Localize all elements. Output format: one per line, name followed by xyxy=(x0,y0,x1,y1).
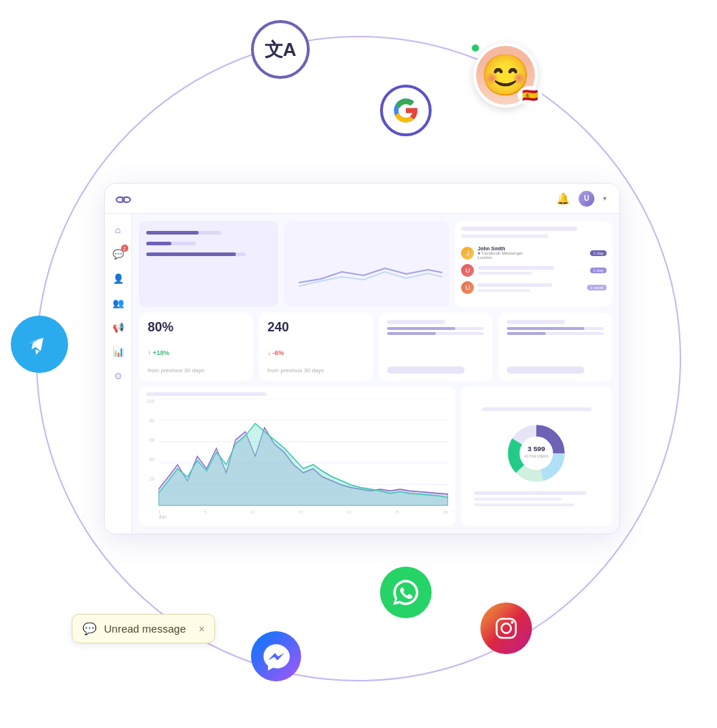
google-icon xyxy=(392,97,419,124)
dashboard-main-content: J John Smith ● Facebook Messenger London… xyxy=(132,214,619,534)
donut-chart: 3 599 ACTIVE USERS xyxy=(504,421,569,486)
metric-card-1: 80% ↑ +18% from previous 30 days xyxy=(139,313,253,381)
donut-legend xyxy=(468,491,605,506)
x-label: 5 xyxy=(204,510,206,514)
x-label: 20 xyxy=(346,510,351,514)
y-label-80: 80 xyxy=(146,418,155,423)
whatsapp-node[interactable] xyxy=(380,567,432,618)
telegram-icon xyxy=(24,328,55,360)
x-label: 15 xyxy=(298,510,303,514)
contact-badge-2: 1 day xyxy=(590,268,607,273)
metric-bars-3 xyxy=(387,327,484,335)
big-chart-card: 100 80 60 40 20 xyxy=(139,387,455,526)
contact-item-john[interactable]: J John Smith ● Facebook Messenger London… xyxy=(461,244,607,262)
top-row: J John Smith ● Facebook Messenger London… xyxy=(139,221,612,307)
metrics-row: 80% ↑ +18% from previous 30 days 240 xyxy=(139,313,612,381)
bell-icon[interactable]: 🔔 xyxy=(556,192,570,205)
contact-avatar-2: U xyxy=(461,264,474,277)
preview-chart-line xyxy=(298,254,443,293)
main-chart-svg xyxy=(158,399,448,506)
unread-toast-close[interactable]: × xyxy=(199,623,204,635)
metric-card-2: 240 ↓ -6% from previous 30 days xyxy=(259,313,373,381)
stat-bar-3 xyxy=(146,252,246,256)
sidebar-item-analytics[interactable]: 📊 xyxy=(111,344,125,359)
messages-badge: 2 xyxy=(121,245,128,252)
telegram-node[interactable] xyxy=(11,316,68,373)
contact-avatar-1: J xyxy=(461,247,474,260)
unread-toast[interactable]: 💬 Unread message × xyxy=(72,614,215,643)
x-label: 10 xyxy=(250,510,255,514)
metric-value-1: 80% xyxy=(148,320,244,335)
translate-icon: 文A xyxy=(265,37,297,62)
svg-point-2 xyxy=(511,621,513,624)
metric-change-2: ↓ -6% xyxy=(267,349,284,356)
whatsapp-icon xyxy=(391,577,421,608)
y-label-100: 100 xyxy=(146,399,155,404)
contact-item-2[interactable]: U 1 day xyxy=(461,262,607,279)
translate-node[interactable]: 文A xyxy=(251,20,310,79)
contact-avatar-3: U xyxy=(461,281,474,294)
metric-value-2: 240 xyxy=(267,320,364,335)
sidebar-item-home[interactable]: ⌂ xyxy=(111,222,125,237)
dashboard: 🔔 U ▾ ⌂ 💬 2 👤 👥 📢 📊 ⚙ xyxy=(104,183,620,534)
unread-toast-text: Unread message xyxy=(104,623,186,635)
x-label: 30 xyxy=(443,510,448,514)
topbar-chevron[interactable]: ▾ xyxy=(603,194,607,202)
dashboard-sidebar: ⌂ 💬 2 👤 👥 📢 📊 ⚙ xyxy=(105,214,132,534)
metric-sub-2: from previous 30 days xyxy=(267,367,364,374)
y-label-20: 20 xyxy=(146,476,155,481)
google-node[interactable] xyxy=(380,85,432,136)
bottom-row: 100 80 60 40 20 xyxy=(139,387,612,526)
metric-card-4 xyxy=(498,313,612,381)
dashboard-body: ⌂ 💬 2 👤 👥 📢 📊 ⚙ xyxy=(105,214,619,534)
online-indicator xyxy=(470,43,480,53)
messenger-node[interactable] xyxy=(251,631,301,681)
svg-text:ACTIVE USERS: ACTIVE USERS xyxy=(525,455,549,458)
sidebar-item-settings[interactable]: ⚙ xyxy=(111,369,125,383)
sidebar-item-campaigns[interactable]: 📢 xyxy=(111,320,125,334)
svg-text:3 599: 3 599 xyxy=(528,445,546,453)
stat-bar-1 xyxy=(146,231,221,235)
y-label-40: 40 xyxy=(146,457,155,462)
topbar-right: 🔔 U ▾ xyxy=(556,191,607,207)
metric-change-1: ↑ +18% xyxy=(148,349,169,356)
donut-card: 3 599 ACTIVE USERS xyxy=(461,387,612,526)
sidebar-item-users[interactable]: 👤 xyxy=(111,271,125,285)
sidebar-item-groups[interactable]: 👥 xyxy=(111,296,125,310)
logo-icon xyxy=(113,189,133,209)
contact-name-1: John Smith xyxy=(478,246,587,251)
metric-sub-1: from previous 30 days xyxy=(148,367,244,374)
instagram-icon xyxy=(492,614,521,643)
chart-preview-card xyxy=(284,221,450,307)
contact-item-3[interactable]: U 1 week xyxy=(461,279,607,296)
contact-badge-3: 1 week xyxy=(587,285,607,290)
topbar-user-avatar[interactable]: U xyxy=(579,191,594,207)
instagram-node[interactable] xyxy=(480,602,532,654)
bottom-label-3 xyxy=(387,367,465,374)
dashboard-topbar: 🔔 U ▾ xyxy=(105,184,619,214)
metric-card-3 xyxy=(379,313,493,381)
x-axis-unit: Jun xyxy=(158,514,448,519)
contact-location-1: London xyxy=(478,255,587,260)
messenger-icon xyxy=(262,642,290,671)
flag-emoji: 🇪🇸 xyxy=(522,88,538,103)
scene: 文A xyxy=(0,0,717,728)
contacts-card: J John Smith ● Facebook Messenger London… xyxy=(455,221,612,307)
contact-info-3 xyxy=(478,283,584,292)
svg-point-4 xyxy=(123,197,130,202)
stat-card xyxy=(139,221,278,307)
flag-badge: 🇪🇸 xyxy=(518,86,542,105)
x-label: 25 xyxy=(395,510,400,514)
metric-bars-4 xyxy=(507,327,604,335)
contact-info-1: John Smith ● Facebook Messenger London xyxy=(478,246,587,260)
y-label-60: 60 xyxy=(146,438,155,443)
unread-toast-icon: 💬 xyxy=(82,622,97,635)
stat-bar-2 xyxy=(146,242,196,245)
dashboard-logo xyxy=(113,189,133,209)
contact-badge-1: 1 day xyxy=(590,250,607,256)
contact-info-2 xyxy=(478,266,587,275)
svg-point-1 xyxy=(501,623,511,633)
bottom-label-4 xyxy=(507,367,584,374)
sidebar-item-messages[interactable]: 💬 2 xyxy=(111,247,125,261)
